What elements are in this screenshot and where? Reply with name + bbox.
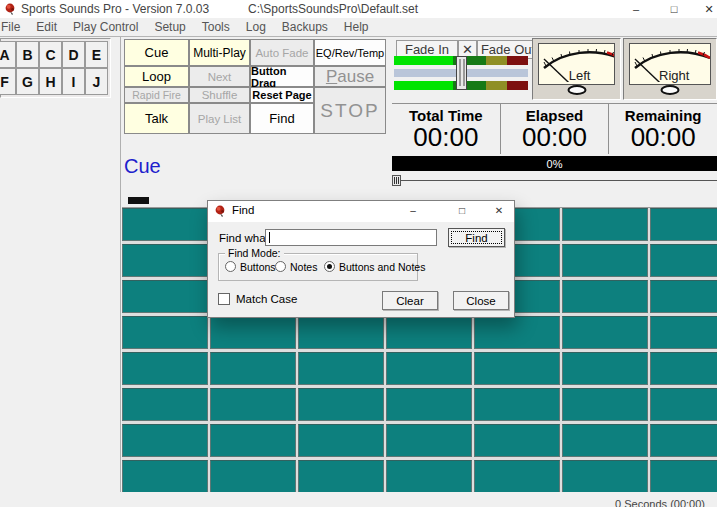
sound-cell[interactable] [298,424,384,457]
sound-cell[interactable] [474,352,560,385]
page-letter-h[interactable]: H [39,68,62,95]
sound-cell[interactable] [474,424,560,457]
sound-cell[interactable] [562,316,648,349]
sound-cell[interactable] [474,316,560,349]
radio-buttons-label[interactable]: Buttons [240,261,276,273]
sound-cell[interactable] [386,316,472,349]
clear-button[interactable]: Clear [382,291,438,310]
sound-cell[interactable] [298,316,384,349]
sound-cell[interactable] [562,460,648,493]
radio-buttons-and-notes[interactable] [324,261,335,272]
find-dialog-titlebar: Find – □ ✕ [208,201,514,222]
auto-fade-button[interactable]: Auto Fade [250,39,314,66]
volume-slider[interactable] [394,56,528,90]
seek-slider-thumb[interactable] [392,175,401,186]
find-minimize-icon[interactable]: – [396,201,430,221]
radio-buttons[interactable] [225,261,236,272]
volume-slider-thumb[interactable] [456,56,467,90]
page-letter-f[interactable]: F [0,68,16,95]
sound-cell[interactable] [562,424,648,457]
menu-help[interactable]: Help [336,20,377,34]
sound-cell[interactable] [650,460,717,493]
sound-cell[interactable] [650,244,717,277]
menu-backups[interactable]: Backups [274,20,336,34]
sound-cell[interactable] [474,460,560,493]
sound-cell[interactable] [210,316,296,349]
stop-button[interactable]: STOP [314,87,386,134]
sound-cell[interactable] [650,352,717,385]
sound-cell[interactable] [562,352,648,385]
radio-notes-label[interactable]: Notes [290,261,317,273]
eq-rev-temp-button[interactable]: EQ/Rev/Temp [314,39,386,66]
sound-cell[interactable] [562,244,648,277]
sound-cell[interactable] [298,388,384,421]
page-letter-d[interactable]: D [62,41,85,68]
radio-buttons-and-notes-label[interactable]: Buttons and Notes [339,261,425,273]
sound-cell[interactable] [386,460,472,493]
page-letter-j[interactable]: J [85,68,108,95]
menu-setup[interactable]: Setup [146,20,193,34]
sound-cell[interactable] [122,316,208,349]
seek-slider[interactable] [392,175,717,186]
pause-button[interactable]: Pause [314,66,386,87]
find-close-icon[interactable]: ✕ [482,201,516,221]
page-letter-i[interactable]: I [62,68,85,95]
menu-tools[interactable]: Tools [194,20,238,34]
button-drag-button[interactable]: Button Drag [250,66,314,87]
find-button[interactable]: Find [250,103,314,134]
sound-cell[interactable] [386,352,472,385]
find-submit-button[interactable]: Find [448,228,505,247]
sound-cell[interactable] [122,352,208,385]
menu-play-control[interactable]: Play Control [65,20,146,34]
sound-cell[interactable] [210,424,296,457]
page-letter-c[interactable]: C [39,41,62,68]
sound-cell[interactable] [122,424,208,457]
match-case-label[interactable]: Match Case [236,293,297,305]
radio-notes[interactable] [275,261,286,272]
sound-cell[interactable] [650,208,717,241]
cue-button[interactable]: Cue [124,39,189,66]
reset-page-button[interactable]: Reset Page [250,87,314,103]
sound-cell[interactable] [650,388,717,421]
maximize-icon[interactable]: □ [658,0,690,18]
sound-cell[interactable] [210,460,296,493]
page-letter-e[interactable]: E [85,41,108,68]
sound-cell[interactable] [210,388,296,421]
find-what-input[interactable] [265,229,437,246]
play-list-button[interactable]: Play List [189,103,250,134]
sound-cell[interactable] [650,280,717,313]
close-button[interactable]: Close [453,291,509,310]
close-icon[interactable]: ✕ [693,0,717,18]
menu-file[interactable]: File [0,20,28,34]
sound-cell[interactable] [298,352,384,385]
sound-cell[interactable] [650,316,717,349]
rapid-fire-button[interactable]: Rapid Fire [124,87,189,103]
minimize-icon[interactable]: – [620,0,652,18]
loop-button[interactable]: Loop [124,66,189,87]
find-maximize-icon[interactable]: □ [445,201,479,221]
menu-log[interactable]: Log [238,20,274,34]
page-letter-b[interactable]: B [16,41,39,68]
talk-button[interactable]: Talk [124,103,189,134]
sound-cell[interactable] [122,244,208,277]
sound-cell[interactable] [122,460,208,493]
shuffle-button[interactable]: Shuffle [189,87,250,103]
sound-cell[interactable] [386,424,472,457]
menu-edit[interactable]: Edit [28,20,65,34]
sound-cell[interactable] [386,388,472,421]
sound-cell[interactable] [650,424,717,457]
next-button[interactable]: Next [189,66,250,87]
sound-cell[interactable] [298,460,384,493]
sound-cell[interactable] [122,280,208,313]
page-letter-g[interactable]: G [16,68,39,95]
sound-cell[interactable] [122,388,208,421]
page-letter-a[interactable]: A [0,41,16,68]
sound-cell[interactable] [210,352,296,385]
sound-cell[interactable] [562,388,648,421]
sound-cell[interactable] [562,208,648,241]
sound-cell[interactable] [562,280,648,313]
multi-play-button[interactable]: Multi-Play [189,39,250,66]
sound-cell[interactable] [122,208,208,241]
sound-cell[interactable] [474,388,560,421]
match-case-checkbox[interactable] [218,293,230,305]
